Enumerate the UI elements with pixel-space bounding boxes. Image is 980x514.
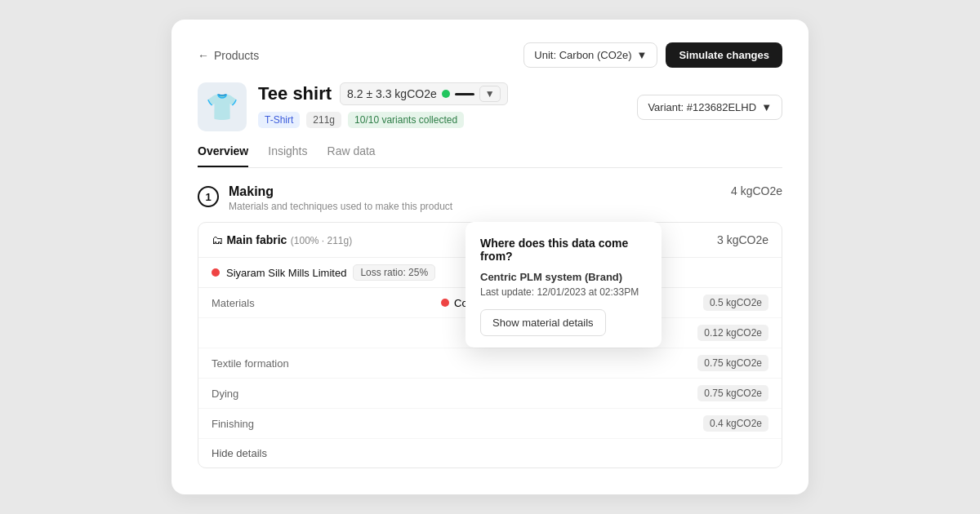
tab-overview-label: Overview xyxy=(198,144,248,157)
product-title-row: Tee shirt 8.2 ± 3.3 kgCO2e ▼ xyxy=(258,82,508,105)
header-row: ← Products Unit: Carbon (CO2e) ▼ Simulat… xyxy=(198,42,782,68)
making-title: Making xyxy=(229,184,452,199)
green-dot-icon xyxy=(442,90,450,98)
variant-label: Variant: #123682ELHD xyxy=(648,101,756,113)
back-label: Products xyxy=(214,49,259,62)
back-arrow-icon: ← xyxy=(198,49,209,62)
header-actions: Unit: Carbon (CO2e) ▼ Simulate changes xyxy=(523,42,782,68)
tab-insights-label: Insights xyxy=(268,144,307,157)
tooltip-update-value: 12/01/2023 at 02:33PM xyxy=(537,286,639,298)
loss-badge: Loss ratio: 25% xyxy=(353,264,435,281)
detail-row-finishing: Finishing 0.4 kgCO2e xyxy=(198,409,782,439)
fabric-value: 3 kgCO2e xyxy=(717,233,768,246)
tags-row: T-Shirt 211g 10/10 variants collected xyxy=(258,112,508,128)
product-name: Tee shirt xyxy=(258,83,332,104)
tag-variants: 10/10 variants collected xyxy=(348,112,464,128)
simulate-button[interactable]: Simulate changes xyxy=(666,42,782,68)
tooltip-update-label: Last update: xyxy=(480,286,534,298)
finishing-value: 0.4 kgCO2e xyxy=(703,415,768,432)
product-row: 👕 Tee shirt 8.2 ± 3.3 kgCO2e ▼ T-Shirt 2… xyxy=(198,82,782,131)
tag-type: T-Shirt xyxy=(258,112,300,128)
fabric-subtitle: (100% · 211g) xyxy=(291,235,352,246)
textile-value: 0.75 kgCO2e xyxy=(697,355,768,371)
supplier-status-dot xyxy=(212,268,220,277)
hide-details-button[interactable]: Hide details xyxy=(198,439,280,467)
cotton-dot-icon xyxy=(441,299,449,307)
dying-value: 0.75 kgCO2e xyxy=(697,385,768,401)
variant-chevron-icon: ▼ xyxy=(761,101,772,113)
tag-weight: 211g xyxy=(306,112,341,128)
tab-raw-data[interactable]: Raw data xyxy=(327,144,376,167)
product-left: 👕 Tee shirt 8.2 ± 3.3 kgCO2e ▼ T-Shirt 2… xyxy=(198,82,508,131)
tooltip-source: Centric PLM system (Brand) xyxy=(480,271,647,283)
unit-chevron-icon: ▼ xyxy=(637,49,648,61)
tabs-row: Overview Insights Raw data xyxy=(198,144,782,168)
main-card: ← Products Unit: Carbon (CO2e) ▼ Simulat… xyxy=(172,20,808,494)
making-value: 4 kgCO2e xyxy=(731,184,782,197)
back-link[interactable]: ← Products xyxy=(198,49,259,62)
section-number: 1 xyxy=(198,186,219,207)
tab-raw-data-label: Raw data xyxy=(327,144,376,157)
carbon-chevron-button[interactable]: ▼ xyxy=(479,86,501,102)
making-info: Making Materials and techniques used to … xyxy=(229,184,452,212)
tab-overview[interactable]: Overview xyxy=(198,144,248,167)
fabric-title-group: 🗂 Main fabric (100% · 211g) xyxy=(212,233,352,247)
product-info: Tee shirt 8.2 ± 3.3 kgCO2e ▼ T-Shirt 211… xyxy=(258,82,508,128)
fabric-title: Main fabric xyxy=(226,233,287,246)
materials-value: 0.5 kgCO2e xyxy=(703,295,768,311)
tooltip-source-name: Centric PLM system xyxy=(480,271,581,283)
supplier-left: Siyaram Silk Mills Limited Loss ratio: 2… xyxy=(212,264,435,281)
unit-label: Unit: Carbon (CO2e) xyxy=(534,49,631,61)
finishing-label: Finishing xyxy=(212,418,254,430)
detail-row-dying: Dying 0.75 kgCO2e xyxy=(198,379,782,409)
materials-label: Materials xyxy=(212,297,255,309)
layers-icon: 🗂 xyxy=(212,233,223,246)
unit-selector[interactable]: Unit: Carbon (CO2e) ▼ xyxy=(523,42,657,68)
tooltip-source-type: (Brand) xyxy=(585,271,622,283)
tooltip-popup: Where does this data come from? Centric … xyxy=(466,222,662,348)
detail-row-textile: Textile formation 0.75 kgCO2e xyxy=(198,348,782,379)
tooltip-title: Where does this data come from? xyxy=(480,237,647,263)
product-image: 👕 xyxy=(198,82,247,131)
supplier-name: Siyaram Silk Mills Limited xyxy=(226,267,346,279)
bar-indicator xyxy=(455,93,474,95)
tab-insights[interactable]: Insights xyxy=(268,144,307,167)
textile-label: Textile formation xyxy=(212,357,289,370)
making-section-header: 1 Making Materials and techniques used t… xyxy=(198,184,782,212)
making-section-left: 1 Making Materials and techniques used t… xyxy=(198,184,452,212)
tooltip-update: Last update: 12/01/2023 at 02:33PM xyxy=(480,286,647,298)
dying-label: Dying xyxy=(212,388,238,400)
detail-value-2: 0.12 kgCO2e xyxy=(697,325,768,341)
carbon-badge: 8.2 ± 3.3 kgCO2e ▼ xyxy=(340,82,508,105)
making-subtitle: Materials and techniques used to make th… xyxy=(229,201,452,212)
variant-selector[interactable]: Variant: #123682ELHD ▼ xyxy=(637,95,782,120)
show-material-button[interactable]: Show material details xyxy=(480,309,606,336)
carbon-value: 8.2 ± 3.3 kgCO2e xyxy=(347,87,437,100)
